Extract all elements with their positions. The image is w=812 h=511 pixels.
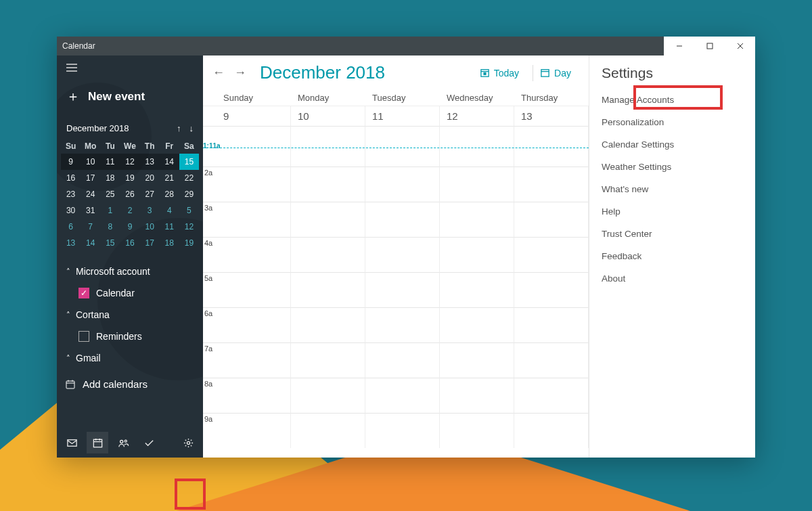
add-calendars-button[interactable]: Add calendars xyxy=(57,372,203,397)
time-slot[interactable] xyxy=(365,378,440,413)
day-column-header[interactable]: 13 xyxy=(514,106,589,126)
prev-period-button[interactable]: ← xyxy=(212,66,225,80)
time-slot[interactable] xyxy=(291,272,365,307)
mini-calendar-day[interactable]: 7 xyxy=(81,219,100,235)
settings-item-weather-settings[interactable]: Weather Settings xyxy=(602,160,743,173)
mini-calendar-day[interactable]: 10 xyxy=(81,154,100,170)
time-slot[interactable] xyxy=(291,413,365,448)
mini-calendar-day[interactable]: 19 xyxy=(179,235,199,251)
mini-calendar-day[interactable]: 24 xyxy=(81,186,100,202)
mini-calendar-day[interactable]: 14 xyxy=(81,235,100,251)
mini-calendar-day[interactable]: 26 xyxy=(120,186,139,202)
mini-calendar-day[interactable]: 30 xyxy=(61,202,81,219)
time-slot[interactable] xyxy=(365,342,440,378)
time-slot[interactable] xyxy=(365,166,440,202)
time-slot[interactable] xyxy=(291,378,365,413)
time-slot[interactable] xyxy=(440,378,514,413)
people-app-button[interactable] xyxy=(112,432,134,453)
time-slot[interactable] xyxy=(365,413,440,448)
time-slot[interactable] xyxy=(291,202,365,237)
time-slot[interactable] xyxy=(514,413,589,448)
settings-item-about[interactable]: About xyxy=(602,272,743,285)
mini-calendar-day[interactable]: 28 xyxy=(160,186,179,202)
mini-calendar-day[interactable]: 13 xyxy=(61,235,81,251)
calendar-toggle-microsoft[interactable]: ✓Calendar xyxy=(64,285,196,301)
time-slot[interactable] xyxy=(365,272,440,307)
account-cortana[interactable]: ˄Cortana xyxy=(64,305,196,324)
mail-app-button[interactable] xyxy=(61,432,83,453)
mini-calendar-day[interactable]: 9 xyxy=(61,154,81,170)
mini-calendar-day[interactable]: 31 xyxy=(81,202,100,219)
time-slot[interactable] xyxy=(514,166,589,202)
mini-calendar-day[interactable]: 29 xyxy=(179,186,199,202)
mini-calendar-next-button[interactable]: ↓ xyxy=(189,123,194,133)
time-slot[interactable] xyxy=(217,202,291,237)
mini-calendar-day[interactable]: 11 xyxy=(100,154,120,170)
time-slot[interactable] xyxy=(291,342,365,378)
time-slot[interactable] xyxy=(514,272,589,307)
mini-calendar-day[interactable]: 15 xyxy=(100,235,120,251)
time-slot[interactable] xyxy=(514,307,589,342)
mini-calendar-day[interactable]: 5 xyxy=(179,202,199,219)
today-button[interactable]: Today xyxy=(473,65,526,81)
mini-calendar-day[interactable]: 14 xyxy=(160,154,179,170)
mini-calendar-day[interactable]: 16 xyxy=(120,235,139,251)
mini-calendar-day[interactable]: 17 xyxy=(140,235,160,251)
settings-item-calendar-settings[interactable]: Calendar Settings xyxy=(602,138,743,151)
mini-calendar-day[interactable]: 13 xyxy=(140,154,160,170)
mini-calendar-day[interactable]: 22 xyxy=(179,170,199,186)
mini-calendar-day[interactable]: 15 xyxy=(179,154,199,170)
mini-calendar-day[interactable]: 4 xyxy=(160,202,179,219)
calendar-toggle-reminders[interactable]: Reminders xyxy=(64,328,196,345)
time-slot[interactable] xyxy=(217,413,291,448)
time-slot[interactable] xyxy=(365,307,440,342)
settings-item-feedback[interactable]: Feedback xyxy=(602,250,743,263)
mini-calendar-day[interactable]: 8 xyxy=(100,219,120,235)
settings-item-trust-center[interactable]: Trust Center xyxy=(602,227,743,240)
mini-calendar-day[interactable]: 19 xyxy=(120,170,139,186)
day-column-header[interactable]: 10 xyxy=(291,106,365,126)
day-column-header[interactable]: 9 xyxy=(217,106,291,126)
time-slot[interactable] xyxy=(217,166,291,202)
settings-item-personalization[interactable]: Personalization xyxy=(602,116,743,129)
mini-calendar-day[interactable]: 16 xyxy=(61,170,81,186)
time-slot[interactable] xyxy=(440,272,514,307)
time-slot[interactable] xyxy=(440,413,514,448)
todo-app-button[interactable] xyxy=(138,432,160,453)
mini-calendar-day[interactable]: 21 xyxy=(160,170,179,186)
mini-calendar-day[interactable]: 23 xyxy=(61,186,81,202)
account-gmail[interactable]: ˄Gmail xyxy=(64,349,196,368)
mini-calendar-day[interactable]: 1 xyxy=(100,202,120,219)
day-column-header[interactable]: 12 xyxy=(440,106,514,126)
calendar-app-button[interactable] xyxy=(87,432,108,453)
mini-calendar-day[interactable]: 6 xyxy=(61,219,81,235)
mini-calendar-day[interactable]: 17 xyxy=(81,170,100,186)
time-slot[interactable] xyxy=(365,237,440,272)
mini-calendar-day[interactable]: 20 xyxy=(140,170,160,186)
close-button[interactable] xyxy=(725,37,755,55)
time-slot[interactable] xyxy=(217,307,291,342)
time-slot[interactable] xyxy=(440,166,514,202)
time-slot[interactable] xyxy=(514,237,589,272)
day-view-button[interactable]: Day xyxy=(533,65,578,81)
mini-calendar-day[interactable]: 11 xyxy=(160,219,179,235)
mini-calendar-day[interactable]: 18 xyxy=(100,170,120,186)
mini-calendar-day[interactable]: 12 xyxy=(179,219,199,235)
time-slot[interactable] xyxy=(291,307,365,342)
hamburger-menu-button[interactable] xyxy=(57,55,203,81)
time-slot[interactable] xyxy=(217,272,291,307)
day-column-header[interactable]: 11 xyxy=(365,106,440,126)
time-grid[interactable]: 1:11a 2a3a4a5a6a7a8a9a xyxy=(203,126,589,458)
settings-button[interactable] xyxy=(177,432,199,453)
time-slot[interactable] xyxy=(217,378,291,413)
time-slot[interactable] xyxy=(514,202,589,237)
time-slot[interactable] xyxy=(217,342,291,378)
maximize-button[interactable] xyxy=(694,37,725,55)
mini-calendar-month[interactable]: December 2018 xyxy=(66,123,129,133)
minimize-button[interactable] xyxy=(664,37,694,55)
time-slot[interactable] xyxy=(440,202,514,237)
mini-calendar-day[interactable]: 18 xyxy=(160,235,179,251)
new-event-button[interactable]: ＋ New event xyxy=(57,81,203,115)
time-slot[interactable] xyxy=(440,307,514,342)
next-period-button[interactable]: → xyxy=(234,66,246,80)
